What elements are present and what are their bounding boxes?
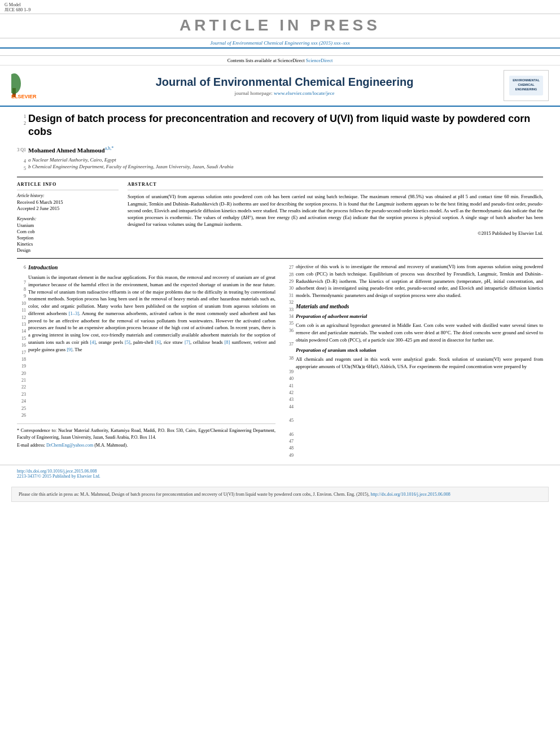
affiliation-1: a Nuclear Material Authority, Cairo, Egy… <box>28 157 543 163</box>
right-logo-box: ENVIRONMENTAL CHEMICAL ENGINEERING <box>504 70 549 101</box>
doi-bar: http://dx.doi.org/10.1016/j.jece.2015.06… <box>0 465 560 482</box>
svg-text:ELSEVIER: ELSEVIER <box>11 94 37 99</box>
intro-para-1: Uranium is the important element in the … <box>28 274 275 353</box>
citation-doi-link[interactable]: http://dx.doi.org/10.1016/j.jece.2015.06… <box>370 492 450 497</box>
ref-1-3[interactable]: [1–3] <box>69 311 79 316</box>
rule-abstract <box>128 190 543 190</box>
prep-adsorbent-text: Corn cob is an agricultural byproduct ge… <box>296 322 543 343</box>
author-name: Mohamed Ahmed Mahmoud <box>28 146 105 153</box>
footnote-area: * Correspondence to: Nuclear Material Au… <box>17 423 275 449</box>
line-number-q1: 3 Q1 <box>17 146 28 156</box>
footnote-email: E-mail address: DrChemEng@yahoo.com (M.A… <box>17 442 275 449</box>
g-model: G Model JECE 680 1–9 <box>5 2 30 12</box>
prep-uranium-text: All chemicals and reagents used in this … <box>296 356 543 370</box>
abstract-heading: ABSTRACT <box>128 182 543 187</box>
abstract-text: Sorption of uranium(VI) from aqueous sol… <box>128 193 543 228</box>
top-bar: G Model JECE 680 1–9 <box>0 0 560 14</box>
prep-uranium-title: Preparation of uranium stock solution <box>296 347 543 355</box>
svg-text:ENGINEERING: ENGINEERING <box>515 88 537 91</box>
footnote-email-link[interactable]: DrChemEng@yahoo.com <box>46 443 93 448</box>
journal-homepage: journal homepage: www.elsevier.com/locat… <box>65 90 504 96</box>
abstract-col: ABSTRACT Sorption of uranium(VI) from aq… <box>128 182 543 254</box>
author-line: Mohamed Ahmed Mahmouda,b,* <box>28 146 543 154</box>
received-date: Received 6 March 2015 <box>17 199 119 205</box>
svg-text:CHEMICAL: CHEMICAL <box>518 83 535 86</box>
line-nums-right: 27 28 29 30 31 32 33 34 35 36 37 38 <box>285 263 296 459</box>
contents-bar: Contents lists available at ScienceDirec… <box>0 56 560 65</box>
ref-6[interactable]: [6] <box>155 339 161 345</box>
footnote-correspondence: * Correspondence to: Nuclear Material Au… <box>17 427 275 441</box>
line-nums-left: 6 7 8 9 10 11 12 13 14 15 16 17 18 <box>17 263 28 419</box>
article-in-press-banner: ARTICLE IN PRESS <box>0 14 560 38</box>
keyword-4: Kinetics <box>17 241 119 247</box>
line-numbers-affiliations: 4 5 <box>17 157 28 172</box>
author-sup: a,b,* <box>105 146 114 151</box>
keyword-2: Corn cob <box>17 229 119 234</box>
journal-homepage-link[interactable]: www.elsevier.com/locate/jece <box>274 90 334 96</box>
keyword-1: Uranium <box>17 222 119 228</box>
doi-link[interactable]: http://dx.doi.org/10.1016/j.jece.2015.06… <box>17 469 97 474</box>
history-label: Article history: <box>17 193 119 198</box>
rule-1 <box>17 177 543 177</box>
rule-info <box>17 190 119 190</box>
copyright: ©2015 Published by Elsevier Ltd. <box>128 230 543 236</box>
two-col-body: 6 7 8 9 10 11 12 13 14 15 16 17 18 <box>17 263 543 459</box>
keywords-label: Keywords: <box>17 216 119 221</box>
line-numbers-title: 1 2 <box>17 112 28 143</box>
article-info-heading: ARTICLE INFO <box>17 182 119 187</box>
materials-title: Materials and methods <box>296 302 543 311</box>
prep-adsorbent-title: Preparation of adsorbent material <box>296 313 543 321</box>
ref-9[interactable]: [9] <box>67 347 72 352</box>
body-left-col: 6 7 8 9 10 11 12 13 14 15 16 17 18 <box>17 263 275 459</box>
citation-bar: Please cite this article in press as: M.… <box>11 487 549 502</box>
journal-header <box>0 47 560 56</box>
journal-title-block: Journal of Environmental Chemical Engine… <box>65 76 504 96</box>
keyword-3: Sorption <box>17 235 119 241</box>
body-right-col: 27 28 29 30 31 32 33 34 35 36 37 38 <box>285 263 543 459</box>
journal-subtitle: Journal of Environmental Chemical Engine… <box>0 38 560 47</box>
journal-title: Journal of Environmental Chemical Engine… <box>65 76 504 89</box>
citation-text: Please cite this article in press as: M.… <box>19 492 369 497</box>
ref-7[interactable]: [7] <box>185 339 190 345</box>
svg-text:ENVIRONMENTAL: ENVIRONMENTAL <box>513 78 540 82</box>
main-content: 1 2 Design of batch process for preconce… <box>0 107 560 465</box>
affiliation-2: b Chemical Engineering Department, Facul… <box>28 164 543 169</box>
rule-2 <box>17 258 543 259</box>
issn-text: 2213-3437/© 2015 Published by Elsevier L… <box>17 474 100 479</box>
ref-4[interactable]: [4] <box>90 339 95 345</box>
ref-8[interactable]: [8] <box>225 339 230 345</box>
keyword-5: Design <box>17 247 119 253</box>
elsevier-logo: ELSEVIER <box>11 71 56 101</box>
article-body-top: ARTICLE INFO Article history: Received 6… <box>17 182 543 254</box>
article-info: ARTICLE INFO Article history: Received 6… <box>17 182 119 254</box>
aip-text: ARTICLE IN PRESS <box>0 16 560 34</box>
svg-point-1 <box>11 73 21 94</box>
accepted-date: Accepted 2 June 2015 <box>17 206 119 211</box>
intro-title: Introduction <box>28 263 275 272</box>
article-title: Design of batch process for preconcentra… <box>28 112 543 139</box>
ref-5[interactable]: [5] <box>125 339 130 345</box>
intro-cont: objective of this work is to investigate… <box>296 263 543 299</box>
sciencedirect-link[interactable]: ScienceDirect <box>306 58 333 63</box>
